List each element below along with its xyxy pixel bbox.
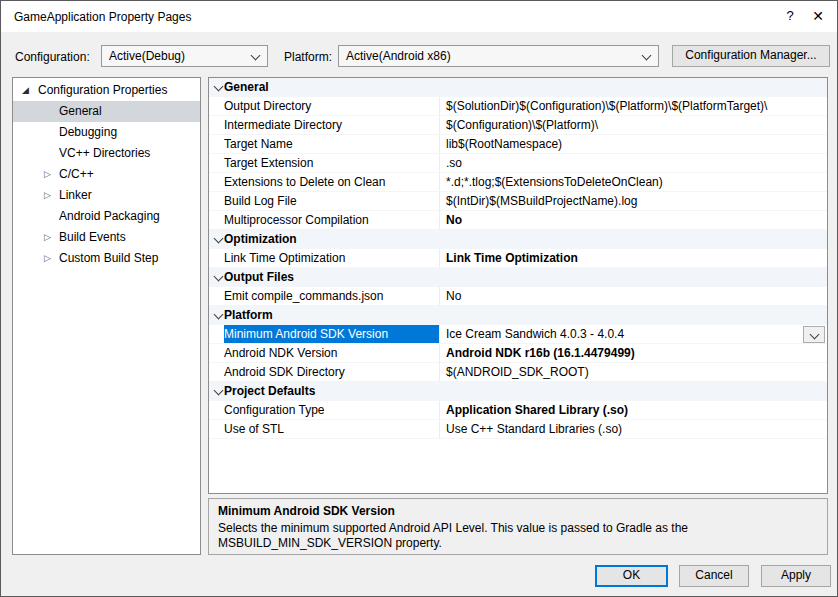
property-value: $(SolutionDir)$(Configuration)\$(Platfor… [440,97,827,115]
section-row-output-files[interactable]: Output Files [209,268,827,287]
value-dropdown-button[interactable] [803,326,825,343]
tree-expanded-icon[interactable]: ◢ [22,80,29,101]
configuration-dropdown-value: Active(Debug) [109,49,185,63]
close-icon[interactable]: ✕ [805,4,831,28]
platform-dropdown[interactable]: Active(Android x86) [338,45,659,67]
tree-node-label: General [59,104,102,118]
tree-collapsed-icon[interactable]: ▷ [44,227,51,248]
configuration-label: Configuration: [15,50,90,64]
chevron-down-icon [642,51,652,61]
platform-label: Platform: [284,50,332,64]
property-grid: GeneralOutput Directory$(SolutionDir)$(C… [208,77,828,494]
section-collapse-icon[interactable] [214,386,224,396]
property-name: Configuration Type [224,401,440,419]
property-value: .so [440,154,827,172]
property-row-extensions-to-delete-on-clean[interactable]: Extensions to Delete on Clean*.d;*.tlog;… [209,173,827,192]
tree-items: GeneralDebuggingVC++ Directories▷C/C++▷L… [13,101,200,269]
chevron-down-icon [251,51,261,61]
property-value: $(ANDROID_SDK_ROOT) [440,363,827,381]
property-row-target-extension[interactable]: Target Extension.so [209,154,827,173]
property-name: Android NDK Version [224,344,440,362]
property-value: $(Configuration)\$(Platform)\ [440,116,827,134]
tree-collapsed-icon[interactable]: ▷ [44,164,51,185]
tree-node-debugging[interactable]: Debugging [13,122,200,143]
tree-collapsed-icon[interactable]: ▷ [44,248,51,269]
category-tree: ◢ Configuration Properties GeneralDebugg… [12,77,201,555]
tree-node-general[interactable]: General [13,101,200,122]
property-row-use-of-stl[interactable]: Use of STLUse C++ Standard Libraries (.s… [209,420,827,439]
property-pages-dialog: GameApplication Property Pages ? ✕ Confi… [0,0,838,597]
property-row-android-ndk-version[interactable]: Android NDK VersionAndroid NDK r16b (16.… [209,344,827,363]
description-panel: Minimum Android SDK Version Selects the … [208,498,828,555]
apply-button[interactable]: Apply [761,565,831,587]
property-value: No [440,211,827,229]
tree-node-label: Debugging [59,125,117,139]
platform-dropdown-value: Active(Android x86) [346,49,451,63]
configuration-manager-button[interactable]: Configuration Manager... [672,45,830,67]
property-name: Build Log File [224,192,440,210]
property-row-multiprocessor-compilation[interactable]: Multiprocessor CompilationNo [209,211,827,230]
property-name: Output Directory [224,97,440,115]
tree-node-label: Build Events [59,230,126,244]
tree-node-build-events[interactable]: ▷Build Events [13,227,200,248]
tree-node-vc-directories[interactable]: VC++ Directories [13,143,200,164]
property-name: Multiprocessor Compilation [224,211,440,229]
property-name: Link Time Optimization [224,249,440,267]
tree-node-label: Android Packaging [59,209,160,223]
property-value: Link Time Optimization [440,249,827,267]
property-name: Target Extension [224,154,440,172]
tree-node-android-packaging[interactable]: Android Packaging [13,206,200,227]
property-row-link-time-optimization[interactable]: Link Time OptimizationLink Time Optimiza… [209,249,827,268]
section-collapse-icon[interactable] [214,310,224,320]
property-row-minimum-android-sdk-version[interactable]: Minimum Android SDK VersionIce Cream San… [209,325,827,344]
tree-node-configuration-properties[interactable]: ◢ Configuration Properties [13,80,200,101]
property-row-android-sdk-directory[interactable]: Android SDK Directory$(ANDROID_SDK_ROOT) [209,363,827,382]
section-collapse-icon[interactable] [214,82,224,92]
section-label: Optimization [224,230,297,249]
property-name: Android SDK Directory [224,363,440,381]
property-value: Use C++ Standard Libraries (.so) [440,420,827,438]
ok-button[interactable]: OK [595,565,668,587]
section-label: Output Files [224,268,294,287]
property-name: Extensions to Delete on Clean [224,173,440,191]
section-row-general[interactable]: General [209,78,827,97]
tree-node-label: Configuration Properties [13,83,167,97]
section-row-project-defaults[interactable]: Project Defaults [209,382,827,401]
cancel-button[interactable]: Cancel [679,565,749,587]
property-row-intermediate-directory[interactable]: Intermediate Directory$(Configuration)\$… [209,116,827,135]
property-value: Ice Cream Sandwich 4.0.3 - 4.0.4 [440,325,827,343]
property-row-configuration-type[interactable]: Configuration TypeApplication Shared Lib… [209,401,827,420]
chevron-down-icon [810,330,820,340]
section-row-optimization[interactable]: Optimization [209,230,827,249]
property-name: Intermediate Directory [224,116,440,134]
tree-node-label: Linker [59,188,92,202]
section-label: Project Defaults [224,382,315,401]
title-bar: GameApplication Property Pages ? ✕ [1,1,837,32]
property-name: Minimum Android SDK Version [224,325,440,343]
property-value: *.d;*.tlog;$(ExtensionsToDeleteOnClean) [440,173,827,191]
tree-node-c-c-[interactable]: ▷C/C++ [13,164,200,185]
property-row-emit-compile-commands-json[interactable]: Emit compile_commands.jsonNo [209,287,827,306]
section-label: Platform [224,306,273,325]
configuration-dropdown[interactable]: Active(Debug) [101,45,268,67]
property-value: Android NDK r16b (16.1.4479499) [440,344,827,362]
property-value: $(IntDir)$(MSBuildProjectName).log [440,192,827,210]
section-label: General [224,78,269,97]
property-row-output-directory[interactable]: Output Directory$(SolutionDir)$(Configur… [209,97,827,116]
section-collapse-icon[interactable] [214,272,224,282]
property-name: Use of STL [224,420,440,438]
property-value: Application Shared Library (.so) [440,401,827,419]
dialog-title: GameApplication Property Pages [14,10,191,24]
tree-node-label: VC++ Directories [59,146,150,160]
tree-collapsed-icon[interactable]: ▷ [44,185,51,206]
help-icon[interactable]: ? [777,4,803,28]
tree-node-custom-build-step[interactable]: ▷Custom Build Step [13,248,200,269]
tree-node-linker[interactable]: ▷Linker [13,185,200,206]
tree-node-label: Custom Build Step [59,251,158,265]
property-row-target-name[interactable]: Target Namelib$(RootNamespace) [209,135,827,154]
property-name: Emit compile_commands.json [224,287,440,305]
property-row-build-log-file[interactable]: Build Log File$(IntDir)$(MSBuildProjectN… [209,192,827,211]
section-collapse-icon[interactable] [214,234,224,244]
description-title: Minimum Android SDK Version [218,504,818,518]
section-row-platform[interactable]: Platform [209,306,827,325]
